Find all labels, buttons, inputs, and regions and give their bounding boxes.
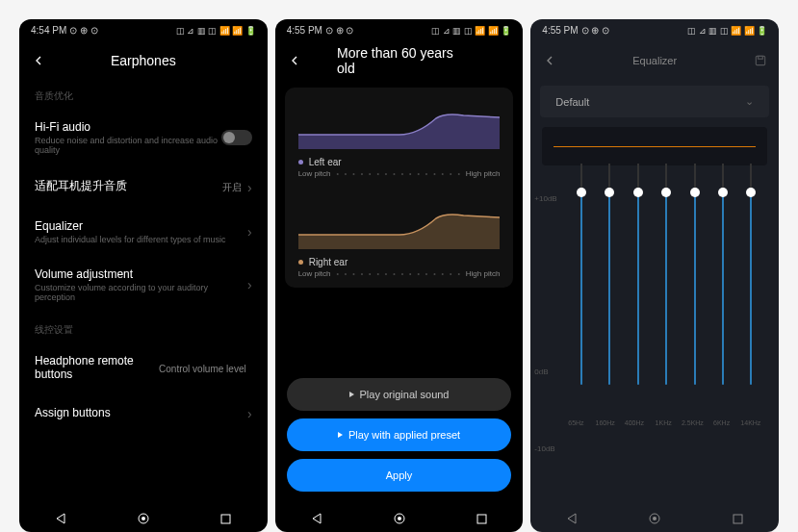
- eq-slider-1KHz[interactable]: [655, 185, 678, 416]
- item-value: 开启: [222, 181, 242, 194]
- eq-slider-2.5KHz[interactable]: [683, 185, 707, 416]
- high-pitch-label: High pitch: [466, 169, 501, 178]
- slider-thumb[interactable]: [605, 188, 614, 197]
- item-title: Equalizer: [35, 219, 247, 233]
- play-icon: [338, 432, 343, 438]
- nav-bar: [275, 503, 524, 532]
- nav-home-icon[interactable]: [392, 511, 407, 526]
- headphone-remote-row[interactable]: Headphone remote buttons Control volume …: [19, 342, 268, 394]
- left-ear-curve: [298, 101, 501, 149]
- eq-content: Default ⌄ +10dB 0dB -10dB 65Hz160Hz400Hz…: [530, 80, 779, 503]
- freq-label: 14KHz: [739, 419, 762, 426]
- wave-preview: [542, 127, 767, 165]
- nav-back-icon[interactable]: [309, 511, 324, 526]
- chevron-down-icon: ⌄: [745, 95, 754, 108]
- eq-slider-65Hz[interactable]: [570, 185, 593, 416]
- status-time: 4:55 PM: [287, 25, 322, 36]
- slider-thumb[interactable]: [661, 188, 671, 197]
- svg-rect-2: [221, 515, 230, 523]
- slider-thumb[interactable]: [690, 188, 700, 197]
- curves-content: Left ear Low pitch • • • • • • • • • • •…: [275, 80, 524, 503]
- y-minus-label: -10dB: [534, 444, 554, 453]
- high-pitch-label: High pitch: [466, 269, 501, 278]
- back-icon[interactable]: [542, 53, 557, 68]
- freq-label: 6KHz: [710, 419, 734, 426]
- left-ear-section: Left ear Low pitch • • • • • • • • • • •…: [285, 88, 514, 188]
- item-title: Hi-Fi audio: [35, 120, 221, 134]
- status-right: ◫ ⊿ ▥ ◫ 📶 📶 🔋: [687, 26, 767, 36]
- item-title: Assign buttons: [35, 406, 247, 419]
- preset-selector[interactable]: Default ⌄: [540, 86, 769, 117]
- page-title: Equalizer: [632, 55, 677, 66]
- play-original-button[interactable]: Play original sound: [287, 378, 512, 411]
- left-ear-label: Left ear: [298, 157, 501, 167]
- item-title: Volume adjustment: [35, 267, 247, 281]
- item-title: Headphone remote buttons: [35, 354, 159, 381]
- back-icon[interactable]: [287, 53, 302, 68]
- save-icon[interactable]: [754, 54, 767, 67]
- svg-rect-6: [756, 56, 764, 64]
- svg-rect-5: [477, 515, 486, 523]
- nav-back-icon[interactable]: [564, 511, 579, 526]
- equalizer-row[interactable]: Equalizer Adjust individual levels for d…: [19, 208, 268, 256]
- nav-home-icon[interactable]: [647, 511, 662, 526]
- chevron-right-icon: ›: [247, 277, 252, 292]
- eq-slider-160Hz[interactable]: [598, 185, 621, 416]
- eq-slider-400Hz[interactable]: [627, 185, 650, 416]
- dot-icon: [298, 260, 303, 265]
- svg-rect-7: [759, 56, 763, 59]
- right-ear-section: Right ear Low pitch • • • • • • • • • • …: [285, 188, 514, 288]
- nav-recent-icon[interactable]: [219, 511, 234, 526]
- header: Equalizer: [530, 41, 779, 80]
- status-time: 4:55 PM: [542, 25, 578, 36]
- eq-slider-14KHz[interactable]: [739, 185, 762, 416]
- status-icons: ⊙ ⊕ ⊙: [325, 25, 354, 36]
- status-bar: 4:55 PM⊙ ⊕ ⊙ ◫ ⊿ ▥ ◫ 📶 📶 🔋: [275, 19, 524, 41]
- header: More than 60 years old: [275, 41, 524, 80]
- item-sub: Customize volume according to your audit…: [35, 283, 247, 302]
- chevron-right-icon: ›: [247, 224, 252, 240]
- freq-labels: 65Hz160Hz400Hz1KHz2.5KHz6KHz14KHz: [530, 416, 779, 426]
- nav-recent-icon[interactable]: [730, 511, 745, 526]
- assign-buttons-row[interactable]: Assign buttons ›: [19, 394, 268, 433]
- status-icons: ⊙ ⊕ ⊙: [581, 25, 610, 36]
- page-title: More than 60 years old: [337, 45, 461, 76]
- status-right: ◫ ⊿ ▥ ◫ 📶 📶 🔋: [431, 26, 511, 36]
- preset-name: Default: [555, 96, 589, 108]
- low-pitch-label: Low pitch: [298, 269, 331, 278]
- nav-back-icon[interactable]: [53, 511, 68, 526]
- eq-slider-6KHz[interactable]: [711, 185, 734, 416]
- pitch-scale: Low pitch • • • • • • • • • • • • • • • …: [298, 169, 501, 178]
- status-time: 4:54 PM: [31, 25, 66, 36]
- apply-button[interactable]: Apply: [287, 459, 512, 492]
- slider-thumb[interactable]: [633, 188, 643, 197]
- nav-home-icon[interactable]: [136, 511, 151, 526]
- svg-point-4: [398, 517, 401, 520]
- section-label: 线控设置: [19, 314, 268, 342]
- y-zero-label: 0dB: [534, 367, 548, 376]
- page-title: Earphones: [111, 53, 176, 68]
- header: Earphones: [19, 41, 268, 80]
- chevron-right-icon: ›: [247, 180, 252, 195]
- play-preset-button[interactable]: Play with applied preset: [287, 418, 512, 451]
- pitch-dots: • • • • • • • • • • • • • • • • • • • • …: [336, 270, 459, 277]
- status-right: ◫ ⊿ ▥ ◫ 📶 📶 🔋: [176, 26, 256, 36]
- slider-thumb[interactable]: [718, 188, 728, 197]
- adapt-headphone-row[interactable]: 适配耳机提升音质 开启 ›: [19, 166, 268, 208]
- eq-sliders: [553, 175, 779, 416]
- volume-adjustment-row[interactable]: Volume adjustment Customize volume accor…: [19, 256, 268, 314]
- nav-recent-icon[interactable]: [474, 511, 489, 526]
- back-icon[interactable]: [31, 53, 46, 68]
- slider-thumb[interactable]: [746, 188, 756, 197]
- screen-volume-preset: 4:55 PM⊙ ⊕ ⊙ ◫ ⊿ ▥ ◫ 📶 📶 🔋 More than 60 …: [275, 19, 524, 532]
- svg-point-1: [142, 517, 145, 520]
- slider-thumb[interactable]: [577, 188, 586, 197]
- freq-label: 1KHz: [652, 419, 675, 426]
- hifi-audio-row[interactable]: Hi-Fi audio Reduce noise and distortion …: [19, 109, 268, 166]
- freq-label: 2.5KHz: [681, 419, 704, 426]
- hifi-toggle[interactable]: [221, 130, 252, 145]
- section-label: 音质优化: [19, 80, 268, 109]
- freq-label: 400Hz: [623, 419, 646, 426]
- low-pitch-label: Low pitch: [298, 169, 331, 178]
- freq-label: 65Hz: [564, 419, 587, 426]
